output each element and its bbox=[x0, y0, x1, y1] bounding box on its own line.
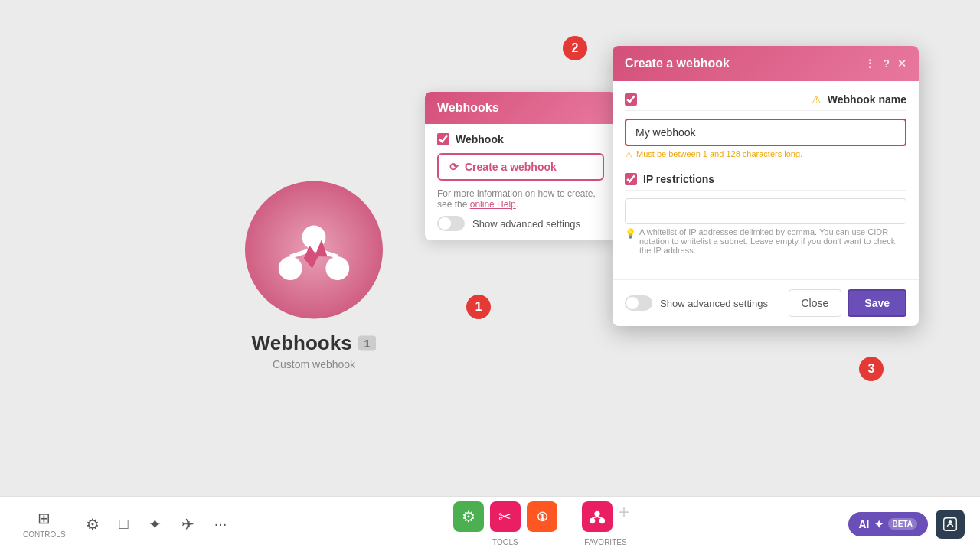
controls-icon: ⊞ bbox=[38, 509, 51, 527]
webhook-icon-circle bbox=[245, 181, 383, 319]
tools-settings-icon[interactable]: ⚙ bbox=[453, 501, 484, 532]
ai-spark-icon: ✦ bbox=[874, 518, 884, 530]
svg-point-6 bbox=[594, 511, 599, 517]
dialog-body: ⚠ Webhook name ⚠ Must be between 1 and 1… bbox=[612, 81, 919, 279]
online-help-link[interactable]: online Help bbox=[470, 199, 516, 210]
tools-label: TOOLS bbox=[492, 538, 518, 546]
webhooks-subtitle: Custom webhook bbox=[273, 358, 355, 370]
dialog-help-icon[interactable]: ? bbox=[883, 57, 890, 70]
tools-counter-icon[interactable]: ① bbox=[527, 501, 557, 532]
webhooks-panel-body: Webhook ⟳ Create a webhook For more info… bbox=[425, 124, 616, 240]
dialog-more-icon[interactable]: ⋮ bbox=[864, 57, 875, 70]
webhooks-center: 1 Webhooks 1 Custom webhook bbox=[245, 181, 383, 370]
svg-point-8 bbox=[599, 518, 605, 523]
webhook-name-input[interactable] bbox=[625, 119, 906, 146]
webhook-name-checkbox[interactable] bbox=[625, 93, 637, 106]
warning-icon: ⚠ bbox=[812, 93, 822, 106]
display-icon: □ bbox=[119, 515, 129, 533]
favorites-label: FAVORITES bbox=[584, 538, 626, 546]
controls-label: CONTROLS bbox=[23, 530, 66, 539]
advanced-settings-label: Show advanced settings bbox=[660, 298, 768, 309]
create-webhook-button[interactable]: ⟳ Create a webhook bbox=[437, 153, 604, 181]
settings-icon: ⚙ bbox=[86, 515, 100, 533]
webhook-name-hint: ⚠ Must be between 1 and 128 characters l… bbox=[625, 149, 906, 161]
svg-point-12 bbox=[949, 520, 952, 523]
webhook-section: Webhook bbox=[437, 133, 604, 145]
ip-restrictions-section: IP restrictions 💡 A whitelist of IP addr… bbox=[625, 173, 906, 255]
ip-hint-text: 💡 A whitelist of IP addresses delimited … bbox=[625, 227, 906, 255]
tools-group: ⚙ ✂ ① TOOLS bbox=[444, 497, 567, 551]
webhooks-title: Webhooks 1 bbox=[252, 331, 377, 355]
settings-item[interactable]: ⚙ bbox=[78, 510, 107, 538]
webhook-name-section: ⚠ Webhook name ⚠ Must be between 1 and 1… bbox=[625, 93, 906, 161]
webhook-name-section-header: ⚠ Webhook name bbox=[625, 93, 906, 111]
svg-point-1 bbox=[279, 256, 302, 280]
save-button[interactable]: Save bbox=[848, 289, 906, 317]
step-badge-1b: 1 bbox=[466, 295, 491, 319]
add-favorite-item[interactable]: + bbox=[619, 501, 629, 532]
favorites-group: + FAVORITES bbox=[573, 497, 639, 551]
dialog-header-icons: ⋮ ? ✕ bbox=[864, 57, 906, 70]
advanced-settings-toggle[interactable] bbox=[625, 295, 652, 311]
ai-button[interactable]: AI ✦ BETA bbox=[848, 512, 928, 536]
nav-icon: ✈ bbox=[181, 515, 194, 533]
magic-item[interactable]: ✦ bbox=[141, 510, 169, 538]
dialog-footer: Show advanced settings Close Save bbox=[612, 279, 919, 326]
hint-triangle-icon: ⚠ bbox=[625, 150, 633, 161]
webhook-checkbox[interactable] bbox=[437, 133, 449, 145]
webhooks-panel-header: Webhooks bbox=[425, 92, 616, 124]
bottom-toolbar: ⊞ CONTROLS ⚙ □ ✦ ✈ ··· ⚙ ✂ bbox=[0, 496, 980, 551]
tools-scissor-icon[interactable]: ✂ bbox=[490, 501, 521, 532]
svg-point-2 bbox=[325, 256, 349, 280]
nav-item[interactable]: ✈ bbox=[174, 510, 202, 538]
webhook-fav-icon[interactable] bbox=[582, 501, 612, 532]
beta-badge: BETA bbox=[888, 518, 917, 530]
ip-restrictions-title: IP restrictions bbox=[643, 173, 714, 185]
panel-info-text: For more information on how to create, s… bbox=[437, 188, 604, 210]
profile-button[interactable] bbox=[936, 510, 965, 539]
controls-item[interactable]: ⊞ CONTROLS bbox=[15, 504, 74, 543]
svg-line-9 bbox=[592, 517, 596, 518]
panel-advanced-label: Show advanced settings bbox=[472, 218, 580, 230]
webhook-icon: ⟳ bbox=[449, 161, 459, 173]
toolbar-right: AI ✦ BETA bbox=[848, 510, 965, 539]
main-content: 1 Webhooks 1 Custom webhook Webhooks Web… bbox=[0, 0, 980, 551]
ip-section-header: IP restrictions bbox=[625, 173, 906, 191]
panel-toggle-row: Show advanced settings bbox=[437, 216, 604, 231]
ai-label: AI bbox=[859, 518, 870, 530]
dialog-close-icon[interactable]: ✕ bbox=[897, 57, 906, 70]
dialog-title: Create a webhook bbox=[625, 57, 730, 70]
more-icon: ··· bbox=[214, 515, 227, 533]
webhook-name-title: Webhook name bbox=[828, 93, 906, 106]
step-badge-2: 2 bbox=[563, 36, 587, 60]
ip-restrictions-input[interactable] bbox=[625, 198, 906, 224]
ip-restrictions-checkbox[interactable] bbox=[625, 173, 637, 185]
webhooks-count-badge: 1 bbox=[358, 335, 377, 350]
add-icon: + bbox=[619, 501, 629, 523]
panel-advanced-toggle[interactable] bbox=[437, 216, 465, 231]
ip-hint-icon: 💡 bbox=[625, 228, 636, 239]
footer-toggle-row: Show advanced settings bbox=[625, 295, 768, 311]
svg-point-7 bbox=[590, 518, 595, 523]
toolbar-center: ⚙ ✂ ① TOOLS bbox=[444, 497, 639, 551]
step-badge-3: 3 bbox=[859, 357, 884, 381]
dialog-header: Create a webhook ⋮ ? ✕ bbox=[612, 46, 919, 81]
display-item[interactable]: □ bbox=[112, 510, 136, 537]
create-webhook-dialog: Create a webhook ⋮ ? ✕ ⚠ Webhook name ⚠ … bbox=[612, 46, 919, 326]
magic-icon: ✦ bbox=[149, 515, 162, 533]
toolbar-left: ⊞ CONTROLS ⚙ □ ✦ ✈ ··· bbox=[15, 504, 234, 543]
svg-line-10 bbox=[597, 517, 602, 518]
webhook-section-label: Webhook bbox=[456, 133, 504, 145]
close-button[interactable]: Close bbox=[789, 289, 842, 317]
footer-buttons: Close Save bbox=[789, 289, 907, 317]
webhooks-panel: Webhooks Webhook ⟳ Create a webhook For … bbox=[425, 92, 616, 240]
more-item[interactable]: ··· bbox=[207, 510, 235, 537]
